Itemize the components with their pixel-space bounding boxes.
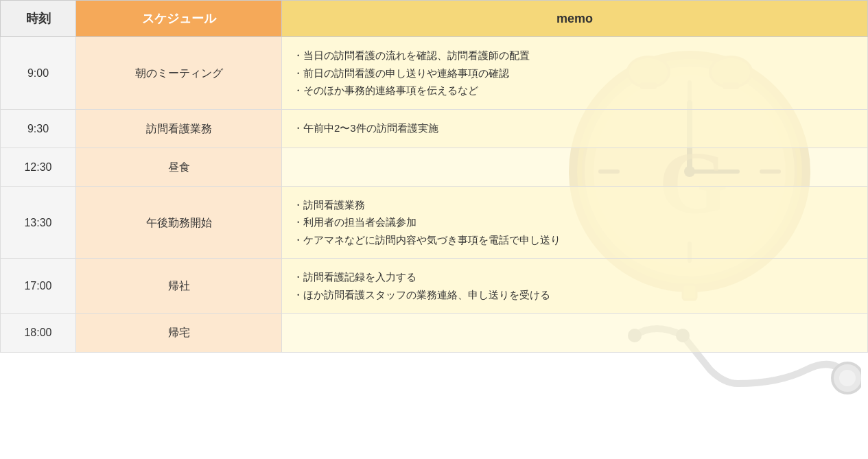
cell-memo <box>282 314 868 352</box>
memo-line: ・利用者の担当者会議参加 <box>293 213 856 231</box>
schedule-table-container: 時刻 スケジュール memo 9:00朝のミーティング・当日の訪問看護の流れを確… <box>0 0 868 353</box>
cell-memo: ・訪問看護記録を入力する・ほか訪問看護スタッフの業務連絡、申し送りを受ける <box>282 259 868 314</box>
cell-memo <box>282 148 868 186</box>
cell-time: 9:30 <box>1 109 76 148</box>
memo-line: ・ケアマネなどに訪問内容や気づき事項を電話で申し送り <box>293 231 856 249</box>
memo-line: ・午前中2〜3件の訪問看護実施 <box>293 119 856 137</box>
table-row: 17:00帰社・訪問看護記録を入力する・ほか訪問看護スタッフの業務連絡、申し送り… <box>1 259 868 314</box>
memo-line: ・当日の訪問看護の流れを確認、訪問看護師の配置 <box>293 47 856 64</box>
memo-line: ・訪問看護業務 <box>293 196 856 214</box>
cell-schedule: 午後勤務開始 <box>76 186 282 259</box>
cell-memo: ・当日の訪問看護の流れを確認、訪問看護師の配置・前日の訪問看護の申し送りや連絡事… <box>282 37 868 110</box>
table-row: 13:30午後勤務開始・訪問看護業務・利用者の担当者会議参加・ケアマネなどに訪問… <box>1 186 868 259</box>
table-row: 12:30昼食 <box>1 148 868 186</box>
svg-point-18 <box>832 363 861 393</box>
table-header-row: 時刻 スケジュール memo <box>1 1 868 37</box>
cell-time: 9:00 <box>1 37 76 110</box>
cell-schedule: 朝のミーティング <box>76 37 282 110</box>
memo-line: ・そのほか事務的連絡事項を伝えるなど <box>293 82 856 99</box>
memo-line: ・前日の訪問看護の申し送りや連絡事項の確認 <box>293 64 856 82</box>
cell-memo: ・午前中2〜3件の訪問看護実施 <box>282 109 868 148</box>
table-row: 9:30訪問看護業務・午前中2〜3件の訪問看護実施 <box>1 109 868 148</box>
memo-line: ・ほか訪問看護スタッフの業務連絡、申し送りを受ける <box>293 286 856 304</box>
cell-time: 13:30 <box>1 186 76 259</box>
cell-schedule: 訪問看護業務 <box>76 109 282 148</box>
header-time: 時刻 <box>1 1 76 37</box>
cell-time: 12:30 <box>1 148 76 186</box>
cell-schedule: 帰宅 <box>76 314 282 352</box>
table-row: 18:00帰宅 <box>1 314 868 352</box>
svg-point-19 <box>839 370 856 386</box>
cell-schedule: 昼食 <box>76 148 282 186</box>
cell-memo: ・訪問看護業務・利用者の担当者会議参加・ケアマネなどに訪問内容や気づき事項を電話… <box>282 186 868 259</box>
table-row: 9:00朝のミーティング・当日の訪問看護の流れを確認、訪問看護師の配置・前日の訪… <box>1 37 868 110</box>
cell-schedule: 帰社 <box>76 259 282 314</box>
memo-line: ・訪問看護記録を入力する <box>293 268 856 286</box>
cell-time: 18:00 <box>1 314 76 352</box>
header-memo: memo <box>282 1 868 37</box>
schedule-table: 時刻 スケジュール memo 9:00朝のミーティング・当日の訪問看護の流れを確… <box>0 0 868 353</box>
header-schedule: スケジュール <box>76 1 282 37</box>
cell-time: 17:00 <box>1 259 76 314</box>
